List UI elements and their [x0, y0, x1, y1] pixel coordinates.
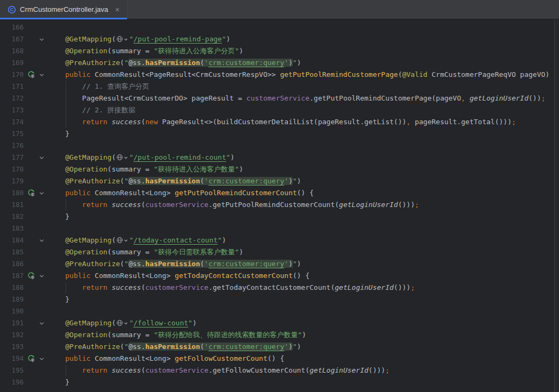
- code-line-text[interactable]: return success(customerService.getTodayC…: [48, 282, 559, 294]
- fold-chevron[interactable]: [37, 273, 46, 279]
- code-line-text[interactable]: [48, 140, 559, 152]
- code-line-text[interactable]: public CommonResult<PageResult<CrmCustom…: [48, 69, 559, 81]
- code-token: hasPermission: [145, 343, 200, 351]
- code-token: (: [141, 201, 145, 209]
- code-token: ": [129, 35, 133, 43]
- code-token: ): [297, 177, 301, 185]
- injected-language-fragment: @ss.hasPermission('crm:customer:query'): [129, 177, 293, 185]
- fold-chevron[interactable]: [37, 320, 46, 326]
- java-class-icon: C: [8, 5, 16, 14]
- code-line-text[interactable]: public CommonResult<Long> getTodayContac…: [48, 270, 559, 282]
- code-token: }: [65, 295, 69, 303]
- line-number: 174: [0, 116, 24, 128]
- fold-chevron[interactable]: [37, 356, 46, 362]
- code-line-text[interactable]: }: [48, 211, 559, 223]
- code-token: @GetMapping: [65, 236, 111, 244]
- code-line-text[interactable]: }: [48, 294, 559, 305]
- code-token: ': [284, 177, 288, 185]
- code-line-text[interactable]: [48, 22, 559, 33]
- code-line-text[interactable]: @Operation(summary = "获得今日需联系客户数量"): [48, 246, 559, 258]
- fold-chevron[interactable]: [37, 238, 46, 244]
- injected-language-fragment: @ss.hasPermission('crm:customer:query'): [129, 260, 293, 268]
- code-line-text[interactable]: @PreAuthorize("@ss.hasPermission('crm:cu…: [48, 57, 559, 69]
- code-line-text[interactable]: @PreAuthorize("@ss.hasPermission('crm:cu…: [48, 175, 559, 187]
- editor-gutter: 182: [0, 211, 48, 223]
- code-token: ): [288, 260, 293, 268]
- code-line-text[interactable]: // 1. 查询客户分页: [48, 81, 559, 92]
- scrollbar-track[interactable]: [554, 19, 559, 392]
- code-line-text[interactable]: }: [48, 128, 559, 140]
- code-line-text[interactable]: return success(customerService.getFollow…: [48, 365, 559, 376]
- http-get-globe-inlay-icon[interactable]: [116, 35, 128, 42]
- code-token: @PreAuthorize: [65, 59, 120, 67]
- code-token: (summary =: [108, 331, 154, 339]
- line-number: 179: [0, 175, 24, 187]
- code-token: ): [288, 343, 293, 351]
- code-line-text[interactable]: @GetMapping("/put-pool-remind-count"): [48, 152, 559, 163]
- code-token: @Operation: [65, 331, 107, 339]
- code-line-text[interactable]: // 2. 拼接数据: [48, 104, 559, 116]
- line-number: 184: [0, 234, 24, 246]
- tab-close-icon[interactable]: ×: [115, 5, 119, 14]
- chevron-down-icon: [39, 320, 45, 326]
- code-token: (: [111, 35, 116, 43]
- http-get-globe-inlay-icon[interactable]: [116, 319, 128, 326]
- code-token: getLoginUserId: [470, 94, 529, 102]
- endpoint-globe-icon: [27, 70, 36, 79]
- code-token: ": [129, 236, 133, 244]
- editor-gutter: 196: [0, 376, 48, 388]
- endpoint-gutter-icon[interactable]: [24, 70, 37, 79]
- http-get-globe-inlay-icon[interactable]: [116, 154, 128, 161]
- editor-gutter: 194: [0, 353, 48, 365]
- code-line-text[interactable]: @PreAuthorize("@ss.hasPermission('crm:cu…: [48, 341, 559, 353]
- tab-crmcustomercontroller[interactable]: C CrmCustomerController.java ×: [0, 0, 128, 19]
- code-line: 192@Operation(summary = "获得分配给我、待跟进的线索数量…: [0, 329, 559, 341]
- code-token: hasPermission: [145, 59, 200, 67]
- endpoint-gutter-icon[interactable]: [24, 354, 37, 363]
- chevron-down-icon: [39, 356, 45, 362]
- code-token: "获得今日需联系客户数量": [154, 248, 239, 256]
- code-line-text[interactable]: }: [48, 376, 559, 388]
- code-token: public: [65, 272, 95, 280]
- editor-gutter: 172: [0, 92, 48, 104]
- code-editor[interactable]: 166167@GetMapping("/put-pool-remind-page…: [0, 19, 559, 392]
- code-line: 167@GetMapping("/put-pool-remind-page"): [0, 33, 559, 45]
- endpoint-gutter-icon[interactable]: [24, 272, 37, 280]
- endpoint-gutter-icon[interactable]: [24, 189, 37, 197]
- code-line-text[interactable]: public CommonResult<Long> getPutPoolRemi…: [48, 187, 559, 199]
- code-line-text[interactable]: return success(new PageResult<>(buildCus…: [48, 116, 559, 128]
- code-line: 195return success(customerService.getFol…: [0, 365, 559, 376]
- editor-gutter: 187: [0, 270, 48, 282]
- code-token: (: [120, 177, 124, 185]
- line-number: 170: [0, 69, 24, 81]
- editor-gutter: 178: [0, 163, 48, 175]
- code-line-text[interactable]: [48, 305, 559, 317]
- fold-chevron[interactable]: [37, 155, 46, 161]
- code-line-text[interactable]: @GetMapping("/today-contact-count"): [48, 234, 559, 246]
- code-line-text[interactable]: public CommonResult<Long> getFollowCusto…: [48, 353, 559, 365]
- code-token: ;: [385, 366, 390, 374]
- fold-chevron[interactable]: [37, 190, 46, 196]
- code-line-text[interactable]: @PreAuthorize("@ss.hasPermission('crm:cu…: [48, 258, 559, 270]
- chevron-down-icon: [39, 238, 45, 244]
- code-token: ): [230, 153, 235, 161]
- code-token: (: [120, 59, 124, 67]
- code-line-text[interactable]: @Operation(summary = "获得分配给我、待跟进的线索数量的客户…: [48, 329, 559, 341]
- code-line-text[interactable]: @GetMapping("/follow-count"): [48, 317, 559, 329]
- code-line-text[interactable]: PageResult<CrmCustomerDO> pageResult = c…: [48, 92, 559, 104]
- fold-chevron[interactable]: [37, 37, 46, 42]
- svg-text:C: C: [10, 7, 13, 12]
- fold-chevron[interactable]: [37, 72, 46, 78]
- code-line-text[interactable]: [48, 223, 559, 234]
- code-line-text[interactable]: @Operation(summary = "获得待进入公海客户数量"): [48, 163, 559, 175]
- code-line-text[interactable]: return success(customerService.getPutPoo…: [48, 199, 559, 211]
- code-token: (summary =: [108, 165, 154, 173]
- code-token: (: [120, 260, 124, 268]
- code-line-text[interactable]: @Operation(summary = "获得待进入公海客户分页"): [48, 45, 559, 57]
- code-token: /follow-count: [133, 319, 188, 327]
- code-line-text[interactable]: @GetMapping("/put-pool-remind-page"): [48, 33, 559, 45]
- http-get-globe-inlay-icon[interactable]: [116, 237, 128, 244]
- line-number: 168: [0, 45, 24, 57]
- code-token: public: [65, 70, 95, 79]
- code-token: public: [65, 189, 95, 197]
